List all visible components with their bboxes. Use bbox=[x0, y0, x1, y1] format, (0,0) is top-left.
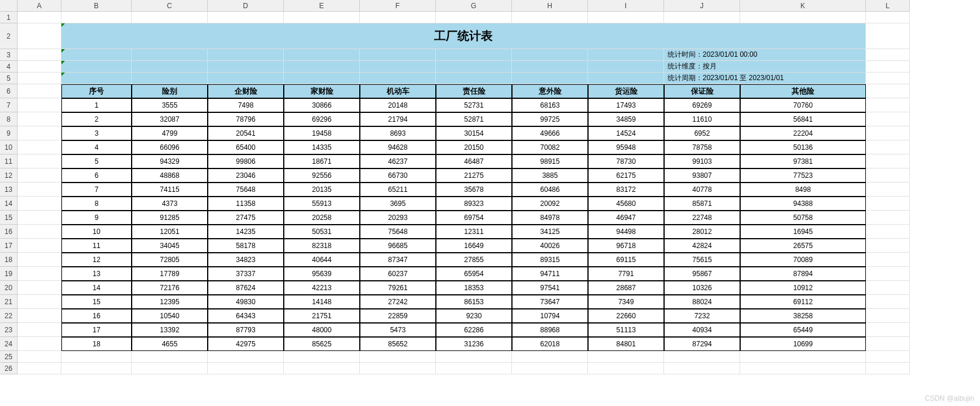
band-cell[interactable] bbox=[208, 61, 284, 73]
band-cell[interactable] bbox=[208, 49, 284, 61]
band-cell[interactable] bbox=[208, 73, 284, 84]
table-cell[interactable]: 86153 bbox=[436, 295, 512, 309]
table-cell[interactable]: 70082 bbox=[512, 140, 588, 154]
table-header[interactable]: 责任险 bbox=[436, 84, 512, 98]
table-cell[interactable]: 72805 bbox=[132, 253, 208, 267]
table-cell[interactable]: 42824 bbox=[664, 239, 740, 253]
table-cell[interactable]: 62286 bbox=[436, 323, 512, 337]
band-cell[interactable] bbox=[284, 61, 360, 73]
table-cell[interactable]: 56841 bbox=[740, 112, 866, 126]
table-cell[interactable]: 5 bbox=[61, 154, 132, 168]
row-header-14[interactable]: 14 bbox=[0, 197, 18, 211]
row-header-22[interactable]: 22 bbox=[0, 309, 18, 323]
table-cell[interactable]: 89315 bbox=[512, 253, 588, 267]
band-cell[interactable] bbox=[61, 73, 132, 84]
table-cell[interactable]: 4373 bbox=[132, 197, 208, 211]
band-cell[interactable] bbox=[588, 61, 664, 73]
table-cell[interactable]: 10699 bbox=[740, 337, 866, 351]
table-cell[interactable]: 23046 bbox=[208, 168, 284, 183]
table-cell[interactable]: 12 bbox=[61, 253, 132, 267]
table-cell[interactable]: 28012 bbox=[664, 225, 740, 239]
table-cell[interactable]: 16649 bbox=[436, 239, 512, 253]
meta-line[interactable]: 统计维度：按月 bbox=[664, 61, 866, 73]
table-cell[interactable]: 7 bbox=[61, 183, 132, 197]
table-cell[interactable]: 82318 bbox=[284, 239, 360, 253]
table-cell[interactable]: 92556 bbox=[284, 168, 360, 183]
table-cell[interactable]: 94388 bbox=[740, 197, 866, 211]
table-cell[interactable]: 12051 bbox=[132, 225, 208, 239]
table-cell[interactable]: 11610 bbox=[664, 112, 740, 126]
table-cell[interactable]: 10540 bbox=[132, 309, 208, 323]
table-cell[interactable]: 9230 bbox=[436, 309, 512, 323]
table-cell[interactable]: 87624 bbox=[208, 281, 284, 295]
table-cell[interactable]: 7232 bbox=[664, 309, 740, 323]
table-cell[interactable]: 17 bbox=[61, 323, 132, 337]
table-cell[interactable]: 17789 bbox=[132, 267, 208, 281]
table-header[interactable]: 货运险 bbox=[588, 84, 664, 98]
table-cell[interactable]: 20293 bbox=[360, 211, 436, 225]
table-cell[interactable]: 17493 bbox=[588, 98, 664, 112]
band-cell[interactable] bbox=[284, 73, 360, 84]
table-cell[interactable]: 27475 bbox=[208, 211, 284, 225]
table-cell[interactable]: 27242 bbox=[360, 295, 436, 309]
table-cell[interactable]: 85652 bbox=[360, 337, 436, 351]
band-cell[interactable] bbox=[360, 73, 436, 84]
table-cell[interactable]: 42213 bbox=[284, 281, 360, 295]
col-header-K[interactable]: K bbox=[740, 0, 866, 12]
row-header-9[interactable]: 9 bbox=[0, 126, 18, 140]
select-all-corner[interactable] bbox=[0, 0, 18, 12]
band-cell[interactable] bbox=[132, 61, 208, 73]
table-cell[interactable]: 5473 bbox=[360, 323, 436, 337]
row-header-7[interactable]: 7 bbox=[0, 98, 18, 112]
table-cell[interactable]: 11358 bbox=[208, 197, 284, 211]
table-cell[interactable]: 11 bbox=[61, 239, 132, 253]
table-cell[interactable]: 6952 bbox=[664, 126, 740, 140]
table-cell[interactable]: 94711 bbox=[512, 267, 588, 281]
col-header-F[interactable]: F bbox=[360, 0, 436, 12]
table-cell[interactable]: 18671 bbox=[284, 154, 360, 168]
table-cell[interactable]: 50136 bbox=[740, 140, 866, 154]
table-cell[interactable]: 3885 bbox=[512, 168, 588, 183]
table-cell[interactable]: 14524 bbox=[588, 126, 664, 140]
band-cell[interactable] bbox=[436, 49, 512, 61]
table-cell[interactable]: 34125 bbox=[512, 225, 588, 239]
table-cell[interactable]: 22859 bbox=[360, 309, 436, 323]
table-cell[interactable]: 73647 bbox=[512, 295, 588, 309]
table-cell[interactable]: 49830 bbox=[208, 295, 284, 309]
table-cell[interactable]: 78796 bbox=[208, 112, 284, 126]
table-cell[interactable]: 52731 bbox=[436, 98, 512, 112]
table-cell[interactable]: 88024 bbox=[664, 295, 740, 309]
band-cell[interactable] bbox=[588, 73, 664, 84]
row-header-12[interactable]: 12 bbox=[0, 168, 18, 183]
row-header-23[interactable]: 23 bbox=[0, 323, 18, 337]
table-cell[interactable]: 13392 bbox=[132, 323, 208, 337]
table-cell[interactable]: 85625 bbox=[284, 337, 360, 351]
table-cell[interactable]: 21275 bbox=[436, 168, 512, 183]
band-cell[interactable] bbox=[61, 61, 132, 73]
table-cell[interactable]: 35678 bbox=[436, 183, 512, 197]
table-header[interactable]: 机动车 bbox=[360, 84, 436, 98]
table-cell[interactable]: 20092 bbox=[512, 197, 588, 211]
table-cell[interactable]: 22204 bbox=[740, 126, 866, 140]
band-cell[interactable] bbox=[132, 49, 208, 61]
table-cell[interactable]: 26575 bbox=[740, 239, 866, 253]
row-header-6[interactable]: 6 bbox=[0, 84, 18, 98]
row-header-2[interactable]: 2 bbox=[0, 23, 18, 49]
table-cell[interactable]: 69112 bbox=[740, 295, 866, 309]
table-cell[interactable]: 72176 bbox=[132, 281, 208, 295]
table-cell[interactable]: 9 bbox=[61, 211, 132, 225]
table-cell[interactable]: 34859 bbox=[588, 112, 664, 126]
row-header-5[interactable]: 5 bbox=[0, 73, 18, 84]
table-cell[interactable]: 8693 bbox=[360, 126, 436, 140]
band-cell[interactable] bbox=[436, 61, 512, 73]
table-cell[interactable]: 20135 bbox=[284, 183, 360, 197]
band-cell[interactable] bbox=[360, 61, 436, 73]
table-cell[interactable]: 2 bbox=[61, 112, 132, 126]
table-cell[interactable]: 19458 bbox=[284, 126, 360, 140]
table-cell[interactable]: 40934 bbox=[664, 323, 740, 337]
table-cell[interactable]: 40644 bbox=[284, 253, 360, 267]
table-cell[interactable]: 15 bbox=[61, 295, 132, 309]
table-cell[interactable]: 34045 bbox=[132, 239, 208, 253]
table-cell[interactable]: 69754 bbox=[436, 211, 512, 225]
table-cell[interactable]: 69296 bbox=[284, 112, 360, 126]
